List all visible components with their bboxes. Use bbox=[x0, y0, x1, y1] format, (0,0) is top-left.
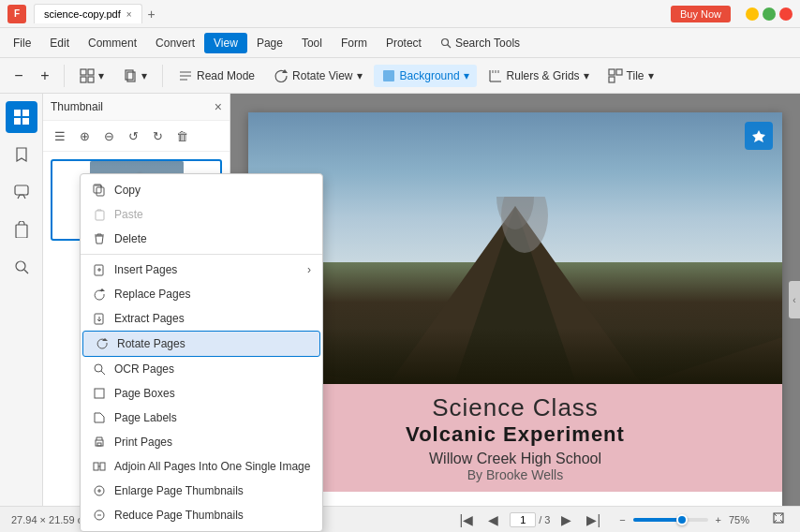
ctx-enlarge-thumbnails[interactable]: Enlarge Page Thumbnails bbox=[81, 479, 322, 503]
ctx-sep1 bbox=[81, 254, 322, 255]
ctx-page-labels[interactable]: Page Labels bbox=[81, 406, 322, 430]
menu-edit[interactable]: Edit bbox=[40, 33, 79, 53]
thumbnail-title: Thumbnail bbox=[51, 100, 103, 113]
ocr-pages-icon bbox=[92, 362, 107, 377]
zoom-out-button[interactable]: − bbox=[7, 65, 30, 87]
buy-now-button[interactable]: Buy Now bbox=[671, 6, 731, 22]
nav-first-button[interactable]: |◀ bbox=[456, 510, 478, 529]
fit-window-button[interactable] bbox=[768, 510, 789, 529]
menu-page[interactable]: Page bbox=[247, 33, 292, 53]
page-number-display: / 3 bbox=[510, 512, 550, 527]
svg-line-25 bbox=[24, 270, 28, 273]
statusbar-right: |◀ ◀ / 3 ▶ ▶| − + 75% bbox=[456, 510, 789, 529]
thumb-delete-button[interactable]: 🗑 bbox=[170, 125, 193, 147]
thumb-zoom-in-button[interactable]: ⊕ bbox=[73, 125, 96, 147]
ctx-print-pages[interactable]: Print Pages bbox=[81, 430, 322, 454]
ctx-delete[interactable]: Delete bbox=[81, 227, 322, 251]
background-button[interactable]: Background ▾ bbox=[374, 65, 477, 87]
zoom-plus-status[interactable]: + bbox=[716, 514, 721, 525]
ctx-adjoin-pages[interactable]: Adjoin All Pages Into One Single Image bbox=[81, 454, 322, 479]
zoom-minus-status[interactable]: − bbox=[619, 514, 625, 525]
pages-button[interactable]: ▾ bbox=[115, 65, 155, 87]
svg-rect-18 bbox=[14, 110, 21, 116]
sidebar-bookmark-icon[interactable] bbox=[6, 139, 37, 170]
zoom-slider-fill bbox=[633, 518, 678, 522]
tab-science-copy[interactable]: science-copy.pdf × bbox=[34, 4, 142, 23]
close-button[interactable] bbox=[779, 7, 793, 21]
zoom-slider-thumb[interactable] bbox=[676, 514, 688, 525]
zoom-slider[interactable] bbox=[633, 518, 708, 522]
page-labels-icon bbox=[92, 410, 107, 425]
ctx-reduce-thumbnails[interactable]: Reduce Page Thumbnails bbox=[81, 503, 322, 527]
svg-marker-32 bbox=[99, 288, 105, 291]
pdf-title-main: Science Class bbox=[267, 393, 763, 422]
page-number-input[interactable] bbox=[510, 512, 536, 527]
rotate-view-icon bbox=[274, 68, 289, 83]
titlebar-right: Buy Now bbox=[671, 6, 793, 22]
thumbnail-header: Thumbnail × bbox=[43, 94, 230, 121]
menu-search-tools[interactable]: Search Tools bbox=[431, 33, 529, 53]
zoom-value: 75% bbox=[729, 514, 761, 525]
read-mode-button[interactable]: Read Mode bbox=[170, 65, 262, 87]
pdf-content-bottom: Science Class Volcanic Experiment Willow… bbox=[248, 384, 782, 492]
print-pages-icon bbox=[92, 435, 107, 450]
menu-protect[interactable]: Protect bbox=[377, 33, 431, 53]
ctx-page-boxes[interactable]: Page Boxes bbox=[81, 381, 322, 406]
svg-rect-28 bbox=[96, 211, 104, 220]
toolbar-sep2 bbox=[162, 65, 163, 87]
sidebar-thumbnail-icon[interactable] bbox=[6, 101, 37, 133]
ctx-copy[interactable]: Copy bbox=[81, 178, 322, 202]
ctx-replace-pages[interactable]: Replace Pages bbox=[81, 282, 322, 306]
layout-button[interactable]: ▾ bbox=[72, 65, 111, 87]
rotate-view-button[interactable]: Rotate View ▾ bbox=[266, 65, 369, 87]
pages-icon bbox=[123, 68, 138, 83]
nav-last-button[interactable]: ▶| bbox=[583, 510, 604, 529]
ctx-insert-pages[interactable]: Insert Pages › bbox=[81, 258, 322, 282]
thumb-rotate-left-button[interactable]: ↺ bbox=[122, 125, 144, 147]
svg-rect-39 bbox=[97, 443, 101, 446]
sidebar-comment-icon[interactable] bbox=[6, 176, 37, 208]
insert-pages-icon bbox=[92, 262, 107, 277]
rulers-grids-button[interactable]: Rulers & Grids ▾ bbox=[481, 65, 597, 87]
add-tab-button[interactable]: + bbox=[148, 7, 156, 22]
copy-icon bbox=[92, 183, 107, 198]
menu-tool[interactable]: Tool bbox=[292, 33, 332, 53]
ctx-ocr-pages[interactable]: OCR Pages bbox=[81, 357, 322, 381]
pdf-author: By Brooke Wells bbox=[267, 467, 763, 482]
zoom-in-button[interactable]: + bbox=[34, 65, 56, 87]
svg-rect-17 bbox=[609, 77, 615, 82]
svg-point-0 bbox=[441, 38, 448, 45]
maximize-button[interactable] bbox=[763, 7, 776, 21]
menu-form[interactable]: Form bbox=[332, 33, 377, 53]
sidebar-attachment-icon[interactable] bbox=[6, 214, 37, 245]
app-logo: F bbox=[7, 5, 26, 23]
menu-view[interactable]: View bbox=[204, 33, 247, 53]
reduce-thumbnails-icon bbox=[92, 508, 107, 523]
svg-point-24 bbox=[16, 261, 25, 271]
ctx-paste: Paste bbox=[81, 202, 322, 227]
menu-file[interactable]: File bbox=[4, 33, 40, 53]
sidebar-search-icon[interactable] bbox=[6, 251, 37, 283]
thumb-menu-button[interactable]: ☰ bbox=[49, 125, 71, 147]
nav-prev-button[interactable]: ◀ bbox=[484, 510, 502, 529]
ctx-rotate-pages[interactable]: Rotate Pages bbox=[82, 331, 320, 357]
svg-line-1 bbox=[447, 44, 451, 48]
background-icon bbox=[381, 68, 396, 83]
ctx-extract-pages[interactable]: Extract Pages bbox=[81, 306, 322, 331]
tile-button[interactable]: Tile ▾ bbox=[600, 65, 661, 87]
tab-close-icon[interactable]: × bbox=[126, 9, 132, 20]
thumbnail-close-button[interactable]: × bbox=[215, 99, 222, 114]
menu-convert[interactable]: Convert bbox=[146, 33, 204, 53]
collapse-panel-button[interactable]: ‹ bbox=[789, 281, 800, 318]
thumb-zoom-out-button[interactable]: ⊖ bbox=[97, 125, 120, 147]
svg-rect-5 bbox=[88, 77, 94, 82]
svg-rect-4 bbox=[81, 77, 86, 82]
toolbar: − + ▾ ▾ Read Mode Rotate View ▾ Backgrou… bbox=[0, 58, 800, 94]
menu-comment[interactable]: Comment bbox=[79, 33, 146, 53]
thumbnail-toolbar: ☰ ⊕ ⊖ ↺ ↻ 🗑 bbox=[43, 121, 230, 152]
pdf-school: Willow Creek High School bbox=[267, 451, 763, 467]
nav-next-button[interactable]: ▶ bbox=[557, 510, 575, 529]
page-boxes-icon bbox=[92, 386, 107, 401]
minimize-button[interactable] bbox=[746, 7, 759, 21]
thumb-rotate-right-button[interactable]: ↻ bbox=[146, 125, 169, 147]
